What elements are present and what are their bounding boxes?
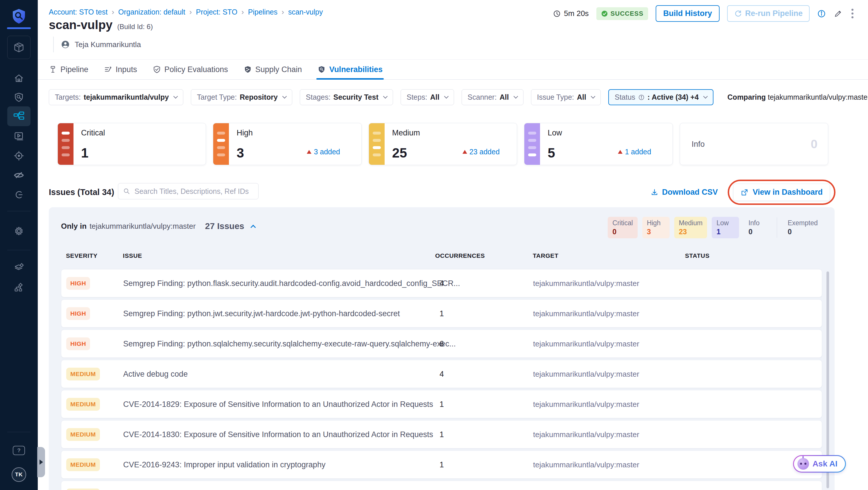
table-row[interactable]: MEDIUM CVE-2016-9243: Improper input val… xyxy=(61,451,822,479)
issues-toolbar-actions: Download CSV View in Dashboard xyxy=(650,180,835,205)
card-high[interactable]: High 3 3 added xyxy=(213,123,361,165)
build-history-button[interactable]: Build History xyxy=(656,5,719,22)
table-row[interactable]: MEDIUM Active debug code 4 tejakummariku… xyxy=(61,360,822,388)
sidebar-item-executions[interactable] xyxy=(0,130,38,143)
filter-targets[interactable]: Targets:tejakummarikuntla/vulpy xyxy=(49,89,183,105)
tab-supply-chain[interactable]: Supply Chain xyxy=(244,60,302,79)
build-id: (Build Id: 6) xyxy=(117,23,153,31)
tab-vulnerabilities[interactable]: Vulnerabilities xyxy=(317,60,382,79)
view-in-dashboard-button[interactable]: View in Dashboard xyxy=(733,184,830,201)
sidebar-item-org-settings[interactable] xyxy=(0,281,38,294)
page-title-row: scan-vulpy (Build Id: 6) xyxy=(49,18,153,32)
sto-logo[interactable] xyxy=(0,8,38,24)
sidebar-divider xyxy=(7,211,31,211)
table-row[interactable]: MEDIUM xyxy=(61,481,822,490)
breadcrumb-current[interactable]: scan-vulpy xyxy=(288,8,323,16)
card-medium[interactable]: Medium 25 23 added xyxy=(369,123,517,165)
filters-row: Targets:tejakummarikuntla/vulpy Target T… xyxy=(49,89,868,105)
issue-title: CVE-2016-9243: Improper input validation… xyxy=(123,460,326,469)
eye-off-icon xyxy=(13,170,25,181)
sidebar-item-overview[interactable] xyxy=(0,91,38,104)
sidebar-item-pipelines[interactable] xyxy=(7,106,31,126)
occurrences: 1 xyxy=(439,460,444,469)
occurrences: 4 xyxy=(439,279,444,288)
filter-steps[interactable]: Steps:All xyxy=(401,89,454,105)
chip-info: Info0 xyxy=(744,217,771,238)
issue-title: Semgrep Finding: python.flask.security.a… xyxy=(123,279,460,288)
sidebar-expand-handle[interactable] xyxy=(37,447,45,477)
occurrences: 1 xyxy=(439,430,444,439)
breadcrumb-pipelines[interactable]: Pipelines xyxy=(248,8,277,16)
circle-token-icon xyxy=(13,189,24,200)
target: tejakummarikuntla/vulpy:master xyxy=(533,400,640,409)
ask-ai-button[interactable]: Ask AI xyxy=(793,455,846,472)
help-question-icon: ? xyxy=(17,447,21,454)
help-button[interactable]: ? xyxy=(13,446,25,455)
sidebar-item-default-settings[interactable] xyxy=(0,261,38,274)
sidebar-item-exemptions[interactable] xyxy=(0,169,38,182)
chevron-up-icon[interactable] xyxy=(250,225,256,230)
chip-exempted: Exempted0 xyxy=(783,217,823,238)
chevron-down-icon xyxy=(444,94,448,99)
chip-high: High3 xyxy=(642,217,670,238)
shield-search-icon xyxy=(13,92,24,103)
high-severity-bar xyxy=(213,123,229,165)
sidebar-item-settings[interactable] xyxy=(0,225,38,238)
clock-icon xyxy=(553,9,561,18)
page-title: scan-vulpy xyxy=(49,18,113,32)
table-row[interactable]: HIGH Semgrep Finding: python.jwt.securit… xyxy=(61,299,822,328)
card-critical[interactable]: Critical 1 xyxy=(58,123,206,165)
edit-pencil-icon[interactable] xyxy=(833,9,843,18)
download-csv-button[interactable]: Download CSV xyxy=(650,188,718,197)
issue-group-header[interactable]: Only in tejakummarikuntla/vulpy:master 2… xyxy=(61,221,255,231)
tab-inputs[interactable]: Inputs xyxy=(104,60,137,79)
chip-low: Low1 xyxy=(712,217,739,238)
build-duration: 5m 20s xyxy=(553,9,589,18)
table-row[interactable]: MEDIUM CVE-2014-1830: Exposure of Sensit… xyxy=(61,420,822,449)
card-info[interactable]: Info 0 xyxy=(680,123,828,165)
pipelines-icon xyxy=(13,110,25,122)
target: tejakummarikuntla/vulpy:master xyxy=(533,339,640,348)
filter-status[interactable]: Status : Active (34) +4 xyxy=(608,89,713,105)
table-row[interactable]: HIGH Semgrep Finding: python.flask.secur… xyxy=(61,269,822,297)
info-small-icon xyxy=(638,94,645,100)
more-options-icon[interactable] xyxy=(850,7,855,20)
inputs-tab-icon xyxy=(104,65,112,73)
nav-accent-bar xyxy=(0,27,38,29)
filter-stages[interactable]: Stages:Security Test xyxy=(300,89,393,105)
occurrences: 1 xyxy=(439,309,444,318)
filter-target-type[interactable]: Target Type:Repository xyxy=(191,89,292,105)
sidebar-item-test-targets[interactable] xyxy=(0,149,38,162)
rerun-pipeline-button[interactable]: Re-run Pipeline xyxy=(727,5,810,22)
filter-scanner[interactable]: Scanner:All xyxy=(462,89,524,105)
issues-search[interactable] xyxy=(118,183,258,200)
card-low[interactable]: Low 5 1 added xyxy=(524,123,673,165)
filter-issue-type[interactable]: Issue Type:All xyxy=(531,89,601,105)
chevron-down-icon xyxy=(513,94,518,99)
pipeline-tab-icon xyxy=(49,65,57,73)
issue-title: Active debug code xyxy=(123,369,188,378)
cube-icon xyxy=(12,41,25,54)
user-avatar[interactable]: TK xyxy=(11,467,26,482)
breadcrumb-org[interactable]: Organization: default xyxy=(118,8,185,16)
table-row[interactable]: HIGH Semgrep Finding: python.sqlalchemy.… xyxy=(61,330,822,358)
breadcrumb-project[interactable]: Project: STO xyxy=(196,8,237,16)
search-input[interactable] xyxy=(134,187,254,196)
tab-policy-evaluations[interactable]: Policy Evaluations xyxy=(153,60,228,79)
severity-badge: HIGH xyxy=(66,337,90,350)
issue-title: Semgrep Finding: python.jwt.security.jwt… xyxy=(123,309,400,318)
sidebar-item-home[interactable] xyxy=(0,72,38,85)
layers-gear-icon xyxy=(13,262,24,273)
occurrences: 1 xyxy=(439,400,444,409)
info-icon[interactable] xyxy=(817,9,826,18)
module-selector-button[interactable] xyxy=(7,36,31,59)
ai-robot-icon xyxy=(798,458,809,470)
header-actions: 5m 20s SUCCESS Build History Re-run Pipe… xyxy=(553,5,855,22)
tab-pipeline[interactable]: Pipeline xyxy=(49,60,88,79)
shield-nodes-icon xyxy=(244,65,252,73)
issues-total-heading: Issues (Total 34) xyxy=(49,187,114,197)
severity-badge: MEDIUM xyxy=(66,458,100,471)
breadcrumb-account[interactable]: Account: STO test xyxy=(49,8,107,16)
sidebar-item-getting-started[interactable] xyxy=(0,188,38,201)
table-row[interactable]: MEDIUM CVE-2014-1829: Exposure of Sensit… xyxy=(61,390,822,418)
